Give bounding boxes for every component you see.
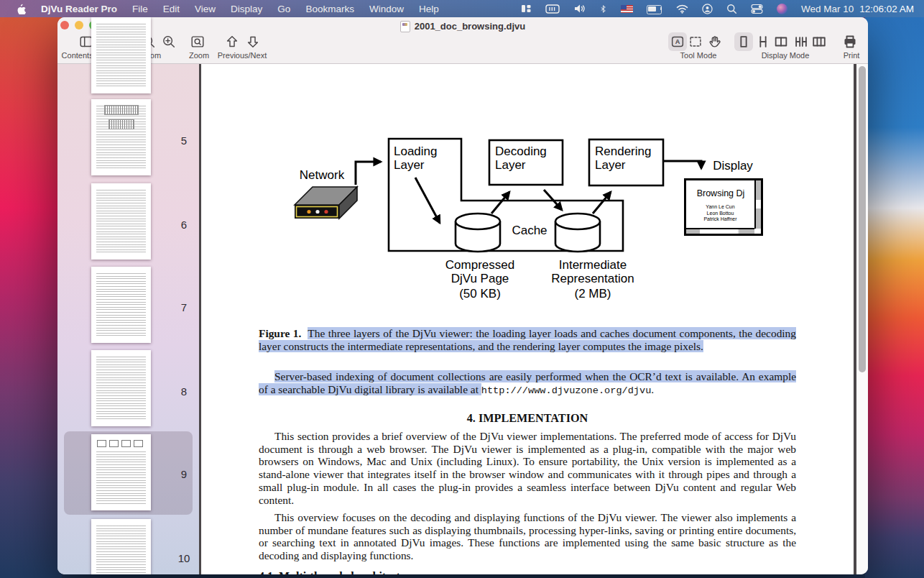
tool-text-select-button[interactable]: A — [668, 32, 687, 51]
page-number-9: 9 — [171, 468, 197, 480]
zoom-in-button[interactable] — [160, 32, 178, 51]
previous-page-button[interactable] — [223, 32, 241, 51]
label-intermediate-size: (2 MB) — [550, 288, 636, 301]
user-account-icon[interactable] — [702, 4, 713, 14]
menu-item-go[interactable]: Go — [277, 4, 290, 14]
label-compressed-page: Compressed DjVu Page — [437, 259, 523, 285]
tool-marquee-select-button[interactable] — [686, 32, 705, 51]
menu-item-window[interactable]: Window — [369, 4, 404, 14]
thumbnail-page-4-partial[interactable] — [91, 17, 151, 93]
search-icon[interactable] — [726, 4, 737, 14]
figure-caption-text-selected[interactable]: The three layers of the DjVu viewer: the… — [259, 327, 796, 352]
thumbnail-page-5[interactable] — [91, 99, 151, 175]
window-header: 2001_doc_browsing.djvu A — [57, 17, 868, 64]
arrow-cache-to-rendering — [593, 192, 611, 214]
mockup-vertical-scrollbar — [754, 180, 761, 229]
thumbnail-diagram — [97, 439, 145, 449]
clock-date: Wed Mar 10 — [801, 4, 854, 14]
paragraph-focus: This overview focuses on the decoding an… — [259, 511, 796, 562]
input-source-flag-icon[interactable] — [621, 5, 633, 13]
arrow-up-icon — [224, 34, 240, 50]
book-mode-icon — [811, 34, 827, 50]
print-button[interactable] — [841, 32, 859, 51]
indexing-url: http:///www.djvuzone.org/djvu — [481, 385, 652, 396]
subsection-heading-partial: 4.1. Multi-threaded architecture — [259, 570, 417, 574]
hand-icon — [707, 34, 723, 50]
print-label: Print — [844, 51, 860, 60]
wifi-icon[interactable] — [676, 4, 688, 14]
menu-app-name[interactable]: DjVu Reader Pro — [41, 4, 117, 14]
siri-icon[interactable] — [777, 4, 787, 14]
mockup-authors: Yann Le Cun Leon Bottou Patrick Haffner — [686, 204, 754, 223]
vertical-scrollbar-track[interactable] — [856, 64, 868, 574]
thumbnail-page-9[interactable] — [91, 434, 151, 510]
keyboard-brightness-icon[interactable] — [545, 4, 560, 14]
page-number-10: 10 — [171, 552, 197, 564]
display-book-mode-button[interactable] — [810, 32, 828, 51]
section-heading: 4. IMPLEMENTATION — [259, 412, 796, 426]
paragraph-overview: This section provides a brief overview o… — [259, 430, 796, 506]
battery-icon[interactable] — [647, 5, 662, 13]
clock-time: 12:06:02 AM — [859, 4, 914, 14]
menu-item-view[interactable]: View — [195, 4, 216, 14]
menu-item-help[interactable]: Help — [419, 4, 439, 14]
network-router — [295, 187, 357, 219]
arrow-down-icon — [245, 34, 261, 50]
page-number-6: 6 — [171, 219, 197, 231]
volume-icon[interactable] — [573, 4, 586, 14]
next-page-button[interactable] — [244, 32, 262, 51]
arrow-loading-to-cache — [415, 178, 440, 223]
menubar-clock[interactable]: Wed Mar 10 12:06:02 AM — [801, 4, 914, 14]
document-proxy-icon[interactable] — [400, 21, 410, 32]
label-display: Display — [704, 160, 762, 173]
arrow-network-to-loading — [356, 162, 381, 185]
bluetooth-icon[interactable] — [599, 4, 607, 14]
figure-caption: Figure 1. The three layers of the DjVu v… — [259, 327, 796, 352]
thumbnail-page-10[interactable] — [91, 519, 151, 574]
figure-caption-label: Figure 1. — [259, 327, 301, 339]
tool-mode-label: Tool Mode — [680, 51, 717, 60]
window-title: 2001_doc_browsing.djvu — [415, 21, 526, 32]
arrow-rendering-to-display — [664, 161, 701, 168]
indexing-period: . — [651, 383, 654, 395]
menu-item-edit[interactable]: Edit — [163, 4, 180, 14]
mockup-title: Browsing Dj — [688, 188, 754, 198]
continuous-page-icon — [755, 34, 771, 50]
menu-item-bookmarks[interactable]: Bookmarks — [305, 4, 354, 14]
menu-item-file[interactable]: File — [132, 4, 148, 14]
desktop-wallpaper-left — [0, 0, 62, 578]
display-facing-button[interactable] — [772, 32, 790, 51]
desktop-wallpaper-right — [865, 0, 924, 578]
print-icon — [841, 33, 859, 50]
zoom-selection-button[interactable] — [188, 32, 207, 51]
cache-cylinder-intermediate — [555, 214, 600, 252]
page-number-8: 8 — [171, 385, 197, 398]
window-tiling-icon[interactable] — [521, 4, 532, 14]
thumbnail-page-7[interactable] — [91, 267, 151, 343]
tool-hand-button[interactable] — [706, 32, 724, 51]
page-number-5: 5 — [171, 134, 197, 147]
titlebar: 2001_doc_browsing.djvu — [57, 20, 868, 32]
zoom-in-icon — [161, 34, 177, 50]
menu-bar: DjVu Reader Pro File Edit View Display G… — [0, 0, 924, 17]
label-compressed-size: (50 KB) — [437, 288, 523, 301]
apple-menu-icon[interactable] — [16, 3, 26, 14]
label-rendering-layer: Rendering Layer — [595, 145, 651, 172]
label-decoding-layer: Decoding Layer — [495, 145, 547, 172]
display-single-page-button[interactable] — [734, 32, 753, 51]
thumbnail-page-6[interactable] — [91, 183, 151, 260]
label-loading-layer: Loading Layer — [394, 145, 438, 172]
paragraph-indexing: Server-based indexing of document collec… — [259, 370, 796, 397]
zoom-selection-icon — [190, 34, 205, 50]
cache-cylinder-compressed — [456, 214, 500, 252]
single-page-icon — [736, 34, 752, 50]
control-center-icon[interactable] — [751, 4, 763, 14]
display-facing-continuous-button[interactable] — [792, 32, 810, 51]
svg-text:A: A — [675, 38, 680, 45]
menu-item-display[interactable]: Display — [231, 4, 262, 14]
display-continuous-button[interactable] — [754, 32, 772, 51]
label-intermediate-representation: Intermediate Representation — [550, 259, 636, 285]
vertical-scrollbar-thumb[interactable] — [859, 66, 866, 372]
thumbnail-page-8[interactable] — [91, 350, 151, 426]
display-mode-label: Display Mode — [762, 51, 810, 60]
